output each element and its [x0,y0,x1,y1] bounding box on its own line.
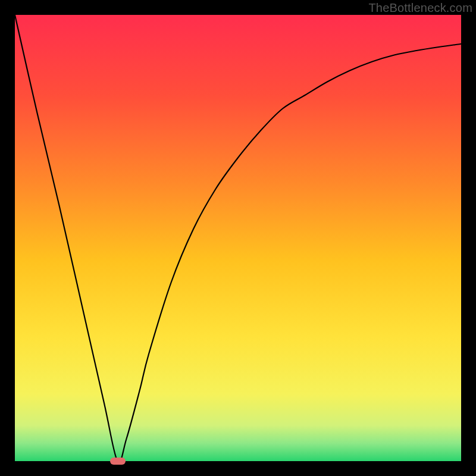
gradient-background [15,15,461,461]
chart-frame: TheBottleneck.com [0,0,476,476]
minimum-marker [110,458,126,465]
plot-area [15,15,461,461]
watermark-text: TheBottleneck.com [368,1,472,15]
chart-svg [15,15,461,461]
